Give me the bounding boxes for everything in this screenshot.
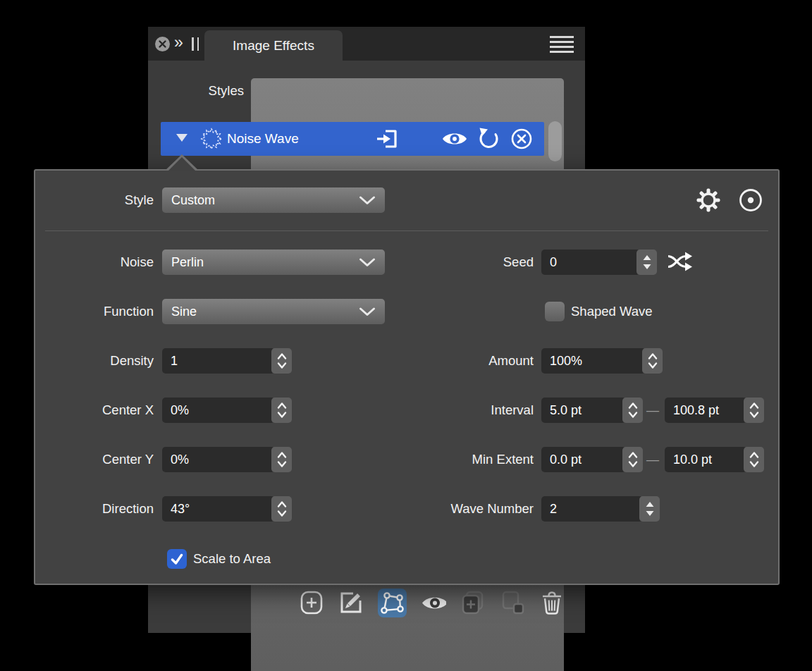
edit-icon <box>338 590 364 615</box>
interval-label: Interval <box>367 398 534 423</box>
duplicate-add-icon <box>460 590 486 616</box>
seed-stepper[interactable] <box>636 250 657 275</box>
shuffle-icon <box>667 251 694 272</box>
effect-name: Noise Wave <box>227 122 299 156</box>
function-dropdown[interactable]: Sine <box>162 299 385 324</box>
seed-field <box>541 250 657 275</box>
tab-image-effects[interactable]: Image Effects <box>204 30 343 61</box>
interval-max-stepper[interactable] <box>744 398 764 423</box>
reset-icon[interactable] <box>477 128 500 150</box>
duplicate-add-button[interactable] <box>460 589 486 617</box>
duplicate-icon <box>500 590 525 616</box>
density-field <box>162 348 292 374</box>
noise-dropdown[interactable]: Perlin <box>162 250 385 275</box>
min-extent-max-stepper[interactable] <box>744 447 764 472</box>
amount-label: Amount <box>367 348 534 374</box>
collapse-chevrons-icon[interactable]: » <box>174 33 183 52</box>
style-dropdown[interactable]: Custom <box>162 187 385 213</box>
range-separator: — <box>643 447 663 472</box>
panel-menu-button[interactable] <box>550 36 574 53</box>
interval-min-input[interactable] <box>541 398 626 423</box>
stepper-chevrons-icon <box>749 400 760 420</box>
min-extent-max-field <box>665 447 764 472</box>
wave-number-input[interactable] <box>541 496 643 522</box>
density-input[interactable] <box>162 348 275 374</box>
stepper-chevrons-icon <box>627 450 639 469</box>
noise-dropdown-value: Perlin <box>171 255 359 270</box>
style-label: Style <box>35 187 154 213</box>
center-y-input[interactable] <box>162 447 275 472</box>
disclosure-triangle-icon[interactable] <box>176 134 187 142</box>
scale-to-area-checkbox[interactable] <box>167 549 187 569</box>
seed-input[interactable] <box>541 250 640 275</box>
center-y-label: Center Y <box>35 447 154 472</box>
duplicate-button[interactable] <box>500 589 525 617</box>
visibility-icon <box>421 593 446 612</box>
trash-icon <box>539 590 565 616</box>
checkmark-icon <box>169 551 185 567</box>
effect-row-noise-wave[interactable]: Noise Wave <box>161 122 544 156</box>
stepper-chevrons-icon <box>276 400 288 420</box>
interval-min-stepper[interactable] <box>622 398 643 423</box>
tab-title: Image Effects <box>233 38 314 54</box>
delete-effect-button[interactable] <box>539 589 565 617</box>
gear-icon <box>695 187 722 214</box>
remove-effect-icon[interactable] <box>510 128 533 150</box>
stepper-triangles-icon <box>644 500 656 518</box>
scrollbar-thumb[interactable] <box>548 121 562 161</box>
min-extent-min-input[interactable] <box>541 447 626 472</box>
settings-button[interactable] <box>695 187 722 216</box>
amount-stepper[interactable] <box>642 348 663 374</box>
center-y-field <box>162 447 292 472</box>
amount-input[interactable] <box>541 348 646 374</box>
sync-defaults-button[interactable] <box>737 186 765 217</box>
drag-handle-icon[interactable] <box>192 37 199 51</box>
warp-mesh-button[interactable] <box>378 589 407 617</box>
warp-mesh-icon <box>380 591 405 615</box>
add-effect-button[interactable] <box>299 589 324 617</box>
menu-lines-icon <box>550 36 574 38</box>
panel-header: » Image Effects <box>148 27 585 61</box>
stepper-chevrons-icon <box>276 450 288 469</box>
close-icon <box>158 39 167 49</box>
styles-label: Styles <box>148 78 244 103</box>
center-y-stepper[interactable] <box>271 447 292 472</box>
wave-number-stepper[interactable] <box>639 496 660 522</box>
edit-effect-button[interactable] <box>338 589 364 617</box>
density-stepper[interactable] <box>271 348 292 374</box>
interval-max-input[interactable] <box>665 398 747 423</box>
min-extent-max-input[interactable] <box>665 447 747 472</box>
center-x-stepper[interactable] <box>271 398 292 423</box>
interval-min-field <box>541 398 643 423</box>
stepper-chevrons-icon <box>749 450 760 469</box>
direction-stepper[interactable] <box>271 496 292 522</box>
function-label: Function <box>35 299 154 324</box>
wave-number-field <box>541 496 660 522</box>
amount-field <box>541 348 663 374</box>
direction-label: Direction <box>35 496 154 522</box>
direction-input[interactable] <box>162 496 275 522</box>
noise-label: Noise <box>35 250 154 275</box>
stepper-chevrons-icon <box>627 400 639 420</box>
randomize-seed-button[interactable] <box>667 251 694 275</box>
center-x-label: Center X <box>35 398 154 423</box>
wave-number-label: Wave Number <box>367 496 534 522</box>
shaped-wave-checkbox[interactable] <box>545 302 565 321</box>
noise-effect-icon <box>200 128 223 150</box>
divider <box>45 230 768 231</box>
center-x-input[interactable] <box>162 398 275 423</box>
close-panel-button[interactable] <box>155 37 170 51</box>
effects-toolbar <box>299 587 565 618</box>
stepper-chevrons-icon <box>647 351 658 371</box>
seed-label: Seed <box>367 250 534 275</box>
visibility-icon[interactable] <box>441 130 468 148</box>
noise-wave-popover: Style Custom Nois <box>34 169 780 585</box>
toggle-visibility-button[interactable] <box>421 589 446 617</box>
chevron-down-icon <box>359 307 376 316</box>
direction-field <box>162 496 292 522</box>
min-extent-min-stepper[interactable] <box>622 447 643 472</box>
shaped-wave-label: Shaped Wave <box>571 302 653 321</box>
stepper-chevrons-icon <box>276 499 288 519</box>
min-extent-min-field <box>541 447 643 472</box>
apply-to-selection-icon[interactable] <box>375 128 399 150</box>
